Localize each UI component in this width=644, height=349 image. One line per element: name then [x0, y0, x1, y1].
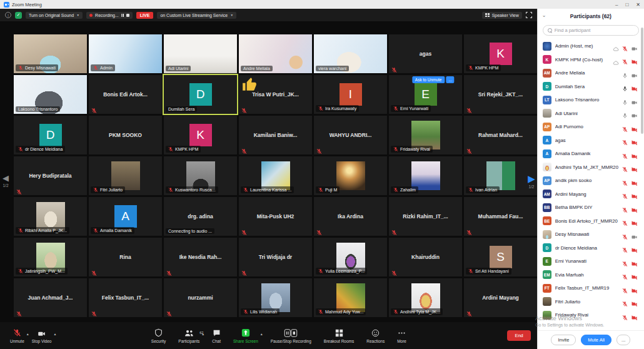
participant-tile[interactable]: Puji M: [314, 156, 387, 195]
previous-page-button[interactable]: ◀ 1/2: [3, 174, 9, 188]
participant-tile[interactable]: Admin: [89, 34, 162, 73]
camera-icon[interactable]: [631, 97, 638, 103]
participant-row[interactable]: APandik pkm sooko: [538, 174, 644, 188]
participant-tile[interactable]: Juan Achmad_J...: [14, 278, 87, 317]
camera-off-icon[interactable]: [631, 245, 638, 251]
participant-tile[interactable]: Laurentina Karissa ...: [239, 156, 312, 195]
stop-recording-icon[interactable]: [126, 14, 129, 17]
share-button[interactable]: Share Screen▲: [229, 328, 262, 343]
muted-mic-icon[interactable]: [622, 178, 628, 184]
muted-mic-icon[interactable]: [622, 298, 628, 305]
participant-tile[interactable]: Mahmud Ady Yuw...: [314, 278, 387, 317]
participant-tile[interactable]: Fridawaty Rivai: [389, 116, 462, 154]
original-sound-button[interactable]: Turn on Original Sound ▼: [26, 12, 83, 19]
participant-tile[interactable]: Rina: [89, 238, 162, 276]
camera-off-icon[interactable]: [631, 205, 638, 211]
participants-button[interactable]: Participants62▲: [174, 328, 203, 343]
participant-row[interactable]: Ddr Dience Meidiana: [538, 241, 644, 255]
camera-off-icon[interactable]: [631, 285, 638, 291]
muted-mic-icon[interactable]: [622, 151, 628, 157]
camera-off-icon[interactable]: [631, 298, 638, 305]
participant-row[interactable]: LTLaksono Trisnantoro: [538, 93, 644, 107]
participant-row[interactable]: KKMPK HPM (Co-host): [538, 53, 644, 67]
chevron-down-icon[interactable]: ▼: [76, 13, 79, 17]
mic-icon[interactable]: [622, 83, 628, 89]
participant-tile[interactable]: KKMPK HPM: [164, 116, 237, 154]
participant-tile[interactable]: Laksono Trisnantoro: [14, 75, 87, 114]
panel-collapse-chevron-icon[interactable]: ⌄: [542, 13, 546, 18]
participant-tile[interactable]: EErni YunarwatiAsk to Unmute...: [389, 75, 462, 114]
security-button[interactable]: Security: [148, 328, 169, 343]
mic-icon[interactable]: [622, 70, 628, 76]
chevron-left-icon[interactable]: ◀: [3, 174, 9, 182]
participant-row[interactable]: AMAndre Meliala: [538, 66, 644, 80]
participant-row[interactable]: EMEvia Marfuah: [538, 268, 644, 282]
participant-tile[interactable]: Zahalim: [389, 156, 462, 195]
participant-tile[interactable]: Ivan Adrian: [464, 156, 537, 195]
chevron-up-icon[interactable]: ▲: [260, 332, 263, 336]
record-button[interactable]: Pause/Stop Recording: [267, 328, 315, 343]
participant-tile[interactable]: agas: [389, 34, 462, 73]
participant-tile[interactable]: Andre Meliala: [239, 34, 312, 73]
participant-tile[interactable]: WAHYU ANDRI...: [314, 116, 387, 154]
camera-off-icon[interactable]: [631, 56, 638, 63]
more-button[interactable]: More: [393, 328, 410, 343]
participant-tile[interactable]: AAmalia Damanik: [89, 197, 162, 236]
participant-tile[interactable]: Rahmat Mahard...: [464, 116, 537, 154]
pause-recording-icon[interactable]: [121, 14, 124, 17]
participant-tile[interactable]: Khairuddin: [389, 238, 462, 276]
participant-tile[interactable]: drg. adinaConnecting to audio ...: [164, 197, 237, 236]
panel-more-button[interactable]: ...: [616, 335, 630, 345]
muted-mic-icon[interactable]: [622, 312, 628, 318]
participant-row[interactable]: APAdi Purnomo: [538, 120, 644, 134]
search-input[interactable]: [555, 28, 634, 33]
participant-row[interactable]: AMArdini Mayang: [538, 188, 644, 201]
camera-off-icon[interactable]: [631, 83, 638, 89]
chat-button[interactable]: Chat: [208, 328, 224, 343]
participant-row[interactable]: Andhini Tyta M_JKT_MMR20: [538, 161, 644, 174]
encryption-shield-icon[interactable]: ✓: [15, 12, 22, 19]
participant-tile[interactable]: Ika Ardina: [314, 197, 387, 236]
participant-tile[interactable]: Ardini Mayang: [464, 278, 537, 317]
participant-row[interactable]: EErni Yunarwati: [538, 255, 644, 268]
tile-more-button[interactable]: ...: [446, 76, 454, 83]
participant-tile[interactable]: viera warchani: [314, 34, 387, 73]
maximize-icon[interactable]: □: [625, 2, 628, 8]
camera-off-icon[interactable]: [631, 124, 638, 130]
participant-tile[interactable]: Mita-Pusk UH2: [239, 197, 312, 236]
reactions-button[interactable]: Reactions: [363, 328, 388, 343]
muted-mic-icon[interactable]: [622, 218, 628, 224]
participant-tile[interactable]: Lilis Widianah: [239, 278, 312, 317]
participant-tile[interactable]: Rizki Rahim_IT_...: [389, 197, 462, 236]
participant-row[interactable]: Fridawaty Rivai: [538, 308, 644, 322]
participant-row[interactable]: Fitri Juliarto: [538, 295, 644, 309]
camera-icon[interactable]: [631, 70, 638, 76]
participant-row[interactable]: Admin (Host, me): [538, 39, 644, 53]
participant-row[interactable]: BBBetha BMPK DIY: [538, 201, 644, 215]
participant-tile[interactable]: Kamilani Baniw...: [239, 116, 312, 154]
muted-mic-icon[interactable]: [622, 43, 628, 49]
participant-tile[interactable]: Ribkhi Amalia P_JK...: [14, 197, 87, 236]
camera-icon[interactable]: [631, 231, 638, 238]
fullscreen-icon[interactable]: [526, 12, 532, 18]
participant-tile[interactable]: Desy Misnawati: [14, 34, 87, 73]
participant-tile[interactable]: KKMPK HPM: [464, 34, 537, 73]
video-button[interactable]: Stop Video▲: [28, 328, 56, 343]
participant-tile[interactable]: Muhammad Fau...: [464, 197, 537, 236]
minimize-icon[interactable]: –: [615, 2, 618, 8]
participant-tile[interactable]: Felix Tasbun_IT_...: [89, 278, 162, 317]
camera-off-icon[interactable]: [631, 164, 638, 170]
camera-off-icon[interactable]: [631, 137, 638, 143]
muted-mic-icon[interactable]: [622, 164, 628, 170]
camera-off-icon[interactable]: [631, 271, 638, 278]
muted-mic-icon[interactable]: [622, 231, 628, 238]
participant-tile[interactable]: PKM SOOKO: [89, 116, 162, 154]
participant-tile[interactable]: Bonis Edi Artok...: [89, 75, 162, 114]
invite-button[interactable]: Invite: [551, 335, 576, 345]
participant-tile[interactable]: Ike Nesdia Rah...: [164, 238, 237, 276]
participant-tile[interactable]: Andhini Tyta M_JK...: [389, 278, 462, 317]
participant-tile[interactable]: Yulia Leemanza_P...: [314, 238, 387, 276]
muted-mic-icon[interactable]: [622, 124, 628, 130]
end-meeting-button[interactable]: End: [507, 330, 530, 341]
participant-tile[interactable]: Jatiningsih_PW_M...: [14, 238, 87, 276]
